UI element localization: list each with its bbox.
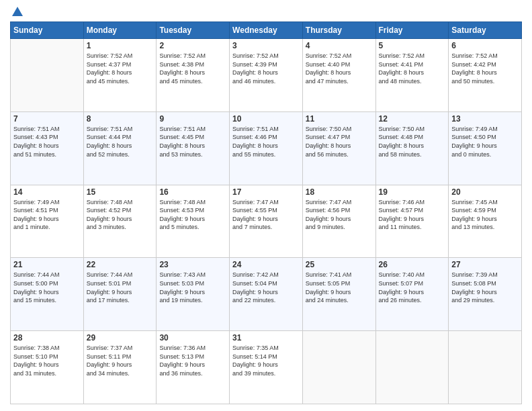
day-number: 23 (159, 260, 226, 269)
svg-marker-0 (12, 7, 23, 16)
calendar-cell: 16Sunrise: 7:48 AM Sunset: 4:53 PM Dayli… (157, 185, 230, 258)
day-info: Sunrise: 7:40 AM Sunset: 5:07 PM Dayligh… (379, 271, 446, 304)
calendar-header-wednesday: Wednesday (230, 22, 303, 39)
day-info: Sunrise: 7:47 AM Sunset: 4:55 PM Dayligh… (232, 198, 300, 232)
calendar-cell: 31Sunrise: 7:35 AM Sunset: 5:14 PM Dayli… (230, 331, 303, 404)
calendar-cell: 25Sunrise: 7:41 AM Sunset: 5:05 PM Dayli… (302, 258, 375, 331)
day-info: Sunrise: 7:44 AM Sunset: 5:01 PM Dayligh… (87, 271, 154, 304)
day-number: 11 (306, 114, 373, 124)
day-number: 28 (13, 333, 81, 342)
calendar-table: SundayMondayTuesdayWednesdayThursdayFrid… (10, 21, 522, 404)
day-info: Sunrise: 7:51 AM Sunset: 4:45 PM Dayligh… (159, 125, 226, 158)
day-info: Sunrise: 7:46 AM Sunset: 4:57 PM Dayligh… (379, 198, 446, 232)
day-number: 25 (306, 260, 373, 269)
day-number: 27 (451, 260, 519, 269)
day-number: 10 (232, 114, 300, 124)
calendar-cell (302, 331, 375, 404)
day-info: Sunrise: 7:48 AM Sunset: 4:53 PM Dayligh… (159, 198, 226, 232)
calendar-cell: 29Sunrise: 7:37 AM Sunset: 5:11 PM Dayli… (83, 331, 157, 404)
calendar-cell: 15Sunrise: 7:48 AM Sunset: 4:52 PM Dayli… (83, 185, 157, 258)
day-info: Sunrise: 7:52 AM Sunset: 4:42 PM Dayligh… (451, 52, 519, 85)
day-info: Sunrise: 7:45 AM Sunset: 4:59 PM Dayligh… (451, 198, 519, 232)
calendar-week-row: 1Sunrise: 7:52 AM Sunset: 4:37 PM Daylig… (11, 39, 522, 112)
calendar-cell (375, 331, 449, 404)
day-number: 8 (87, 114, 154, 124)
day-info: Sunrise: 7:35 AM Sunset: 5:14 PM Dayligh… (232, 344, 300, 377)
calendar-cell: 27Sunrise: 7:39 AM Sunset: 5:08 PM Dayli… (449, 258, 522, 331)
calendar-header-monday: Monday (83, 22, 157, 39)
calendar-header-tuesday: Tuesday (157, 22, 230, 39)
calendar-page: SundayMondayTuesdayWednesdayThursdayFrid… (0, 0, 532, 411)
day-info: Sunrise: 7:41 AM Sunset: 5:05 PM Dayligh… (306, 271, 373, 304)
day-number: 18 (306, 187, 373, 197)
day-info: Sunrise: 7:52 AM Sunset: 4:41 PM Dayligh… (379, 52, 446, 85)
day-info: Sunrise: 7:47 AM Sunset: 4:56 PM Dayligh… (306, 198, 373, 232)
day-number: 31 (232, 333, 300, 342)
day-number: 12 (379, 114, 446, 124)
calendar-cell: 11Sunrise: 7:50 AM Sunset: 4:47 PM Dayli… (302, 111, 375, 185)
calendar-cell: 1Sunrise: 7:52 AM Sunset: 4:37 PM Daylig… (83, 39, 157, 112)
day-info: Sunrise: 7:48 AM Sunset: 4:52 PM Dayligh… (87, 198, 154, 232)
day-info: Sunrise: 7:37 AM Sunset: 5:11 PM Dayligh… (87, 344, 154, 377)
logo (10, 7, 23, 16)
calendar-cell: 14Sunrise: 7:49 AM Sunset: 4:51 PM Dayli… (11, 185, 84, 258)
day-info: Sunrise: 7:39 AM Sunset: 5:08 PM Dayligh… (451, 271, 519, 304)
day-info: Sunrise: 7:49 AM Sunset: 4:51 PM Dayligh… (13, 198, 81, 232)
day-number: 21 (13, 260, 81, 269)
calendar-cell: 12Sunrise: 7:50 AM Sunset: 4:48 PM Dayli… (375, 111, 449, 185)
calendar-header-saturday: Saturday (449, 22, 522, 39)
calendar-week-row: 14Sunrise: 7:49 AM Sunset: 4:51 PM Dayli… (11, 185, 522, 258)
day-number: 24 (232, 260, 300, 269)
day-number: 26 (379, 260, 446, 269)
calendar-cell: 26Sunrise: 7:40 AM Sunset: 5:07 PM Dayli… (375, 258, 449, 331)
day-number: 9 (159, 114, 226, 124)
calendar-cell: 21Sunrise: 7:44 AM Sunset: 5:00 PM Dayli… (11, 258, 84, 331)
day-info: Sunrise: 7:49 AM Sunset: 4:50 PM Dayligh… (451, 125, 519, 158)
day-info: Sunrise: 7:38 AM Sunset: 5:10 PM Dayligh… (13, 344, 81, 377)
day-number: 15 (87, 187, 154, 197)
calendar-cell: 22Sunrise: 7:44 AM Sunset: 5:01 PM Dayli… (83, 258, 157, 331)
day-info: Sunrise: 7:52 AM Sunset: 4:39 PM Dayligh… (232, 52, 300, 85)
day-info: Sunrise: 7:52 AM Sunset: 4:40 PM Dayligh… (306, 52, 373, 85)
day-number: 19 (379, 187, 446, 197)
calendar-cell: 20Sunrise: 7:45 AM Sunset: 4:59 PM Dayli… (449, 185, 522, 258)
calendar-cell (11, 39, 84, 112)
day-info: Sunrise: 7:52 AM Sunset: 4:38 PM Dayligh… (159, 52, 226, 85)
day-number: 13 (451, 114, 519, 124)
day-info: Sunrise: 7:50 AM Sunset: 4:48 PM Dayligh… (379, 125, 446, 158)
day-info: Sunrise: 7:50 AM Sunset: 4:47 PM Dayligh… (306, 125, 373, 158)
day-info: Sunrise: 7:36 AM Sunset: 5:13 PM Dayligh… (159, 344, 226, 377)
calendar-cell: 19Sunrise: 7:46 AM Sunset: 4:57 PM Dayli… (375, 185, 449, 258)
day-info: Sunrise: 7:52 AM Sunset: 4:37 PM Dayligh… (87, 52, 154, 85)
day-number: 17 (232, 187, 300, 197)
calendar-cell: 4Sunrise: 7:52 AM Sunset: 4:40 PM Daylig… (302, 39, 375, 112)
calendar-cell: 28Sunrise: 7:38 AM Sunset: 5:10 PM Dayli… (11, 331, 84, 404)
calendar-cell: 18Sunrise: 7:47 AM Sunset: 4:56 PM Dayli… (302, 185, 375, 258)
calendar-cell: 7Sunrise: 7:51 AM Sunset: 4:43 PM Daylig… (11, 111, 84, 185)
calendar-cell: 23Sunrise: 7:43 AM Sunset: 5:03 PM Dayli… (157, 258, 230, 331)
day-info: Sunrise: 7:42 AM Sunset: 5:04 PM Dayligh… (232, 271, 300, 304)
calendar-header-sunday: Sunday (11, 22, 84, 39)
calendar-cell: 2Sunrise: 7:52 AM Sunset: 4:38 PM Daylig… (157, 39, 230, 112)
calendar-cell: 5Sunrise: 7:52 AM Sunset: 4:41 PM Daylig… (375, 39, 449, 112)
day-number: 5 (379, 41, 446, 50)
day-number: 4 (306, 41, 373, 50)
calendar-cell (449, 331, 522, 404)
calendar-cell: 6Sunrise: 7:52 AM Sunset: 4:42 PM Daylig… (449, 39, 522, 112)
day-number: 1 (87, 41, 154, 50)
day-info: Sunrise: 7:51 AM Sunset: 4:44 PM Dayligh… (87, 125, 154, 158)
day-number: 16 (159, 187, 226, 197)
calendar-cell: 17Sunrise: 7:47 AM Sunset: 4:55 PM Dayli… (230, 185, 303, 258)
logo-triangle-icon (12, 7, 23, 16)
day-number: 22 (87, 260, 154, 269)
calendar-cell: 3Sunrise: 7:52 AM Sunset: 4:39 PM Daylig… (230, 39, 303, 112)
day-info: Sunrise: 7:51 AM Sunset: 4:46 PM Dayligh… (232, 125, 300, 158)
header (10, 7, 522, 16)
calendar-cell: 13Sunrise: 7:49 AM Sunset: 4:50 PM Dayli… (449, 111, 522, 185)
calendar-header-friday: Friday (375, 22, 449, 39)
calendar-cell: 10Sunrise: 7:51 AM Sunset: 4:46 PM Dayli… (230, 111, 303, 185)
day-number: 7 (13, 114, 81, 124)
day-number: 29 (87, 333, 154, 342)
calendar-header-row: SundayMondayTuesdayWednesdayThursdayFrid… (11, 22, 522, 39)
calendar-week-row: 28Sunrise: 7:38 AM Sunset: 5:10 PM Dayli… (11, 331, 522, 404)
